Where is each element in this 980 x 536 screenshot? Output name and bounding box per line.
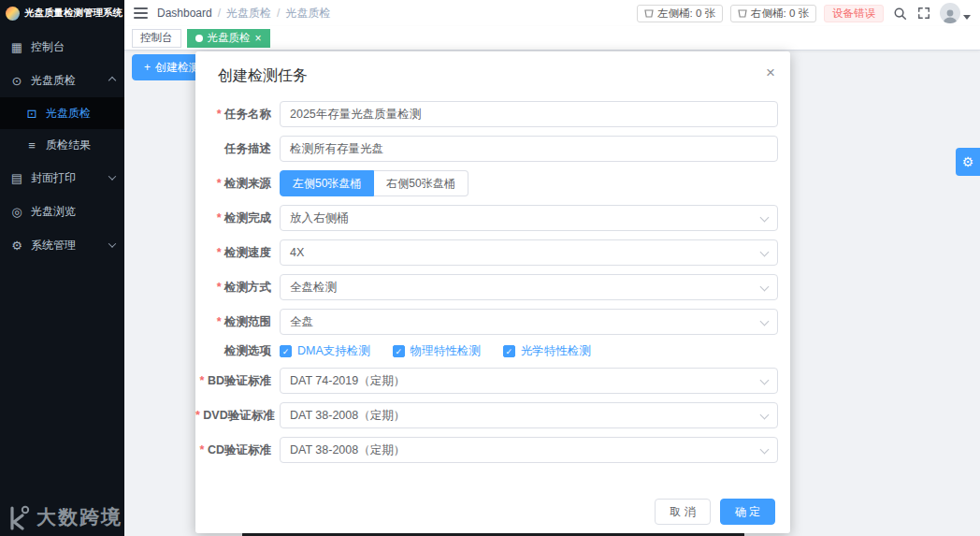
breadcrumb-item[interactable]: 光盘质检: [226, 6, 271, 22]
form-row-detect-complete: 检测完成 放入右侧桶: [195, 205, 778, 231]
disc-icon: ⊙: [9, 74, 24, 88]
plus-icon: +: [144, 61, 151, 74]
app-logo-icon: [6, 7, 20, 21]
detect-complete-select[interactable]: 放入右侧桶: [280, 205, 778, 231]
dvd-standard-select[interactable]: DAT 38-2008（定期）: [280, 402, 778, 428]
chevron-down-icon: [108, 172, 116, 180]
form-row-detect-speed: 检测速度 4X: [195, 239, 778, 266]
hamburger-icon[interactable]: [134, 7, 148, 19]
dialog-header: 创建检测任务 ×: [195, 51, 790, 94]
caret-down-icon: [963, 15, 971, 20]
form-row-detect-options: 检测选项 ✓ DMA支持检测 ✓ 物理特性检测 ✓ 光学特性检测: [195, 343, 778, 359]
left-bucket-badge: 左侧桶: 0 张: [637, 5, 723, 22]
app-logo: 光盘质量检测管理系统: [0, 0, 124, 26]
checkbox-checked-icon: ✓: [393, 345, 405, 357]
chevron-down-icon: [760, 317, 770, 326]
browse-icon: ◎: [9, 205, 24, 219]
detect-range-select[interactable]: 全盘: [280, 309, 778, 335]
task-name-input[interactable]: [280, 101, 778, 127]
checkbox-checked-icon: ✓: [503, 345, 515, 357]
form-row-task-name: 任务名称: [195, 101, 778, 127]
list-icon: ≡: [24, 138, 39, 152]
top-navbar: Dashboard / 光盘质检 / 光盘质检 左侧桶: 0 张 右侧桶: 0 …: [124, 0, 980, 26]
gear-icon: ⚙: [962, 154, 974, 169]
chevron-down-icon: [760, 213, 770, 223]
radio-right-bucket[interactable]: 右侧50张盘桶: [374, 170, 468, 196]
monitor-icon: ⊡: [24, 107, 39, 121]
form-row-dvd-standard: DVD验证标准 DAT 38-2008（定期）: [195, 402, 778, 428]
sidebar-subitem-disc-qc[interactable]: ⊡ 光盘质检: [0, 97, 124, 129]
sidebar: 光盘质量检测管理系统 ▦ 控制台 ⊙ 光盘质检 ⊡ 光盘质检 ≡ 质检结果 ▤: [0, 0, 124, 536]
tab-console[interactable]: 控制台: [132, 29, 181, 48]
fullscreen-icon[interactable]: [915, 5, 932, 22]
device-error-badge[interactable]: 设备错误: [824, 5, 884, 22]
settings-panel-button[interactable]: ⚙: [956, 148, 980, 176]
chevron-down-icon: [760, 376, 770, 385]
sidebar-menu: ▦ 控制台 ⊙ 光盘质检 ⊡ 光盘质检 ≡ 质检结果 ▤ 封面打印: [0, 26, 124, 262]
tab-disc-qc[interactable]: 光盘质检 ×: [187, 29, 270, 48]
field-label: 检测速度: [195, 245, 280, 261]
right-bucket-badge: 右侧桶: 0 张: [730, 5, 816, 22]
bucket-icon: [738, 8, 747, 18]
form-row-cd-standard: CD验证标准 DAT 38-2008（定期）: [195, 437, 778, 463]
gear-icon: ⚙: [9, 239, 24, 253]
field-label: 任务名称: [195, 107, 280, 123]
breadcrumb-item: 光盘质检: [285, 6, 330, 22]
field-label: 检测来源: [195, 176, 280, 192]
app-window: 光盘质量检测管理系统 ▦ 控制台 ⊙ 光盘质检 ⊡ 光盘质检 ≡ 质检结果 ▤: [0, 0, 980, 536]
task-desc-input[interactable]: [280, 136, 778, 162]
field-label: 检测选项: [195, 343, 280, 359]
form-row-detect-range: 检测范围 全盘: [195, 309, 778, 335]
field-label: 检测范围: [195, 314, 280, 330]
sidebar-item-disc-browse[interactable]: ◎ 光盘浏览: [0, 195, 124, 228]
checkbox-optical[interactable]: ✓ 光学特性检测: [503, 343, 591, 359]
chevron-down-icon: [760, 445, 770, 455]
chevron-up-icon: [108, 77, 116, 84]
form-row-detect-source: 检测来源 左侧50张盘桶 右侧50张盘桶: [195, 170, 778, 196]
task-form: 任务名称 任务描述 检测来源 左侧50张盘桶 右侧50张盘桶 检测完成 放入右侧…: [195, 94, 790, 463]
detect-options-group: ✓ DMA支持检测 ✓ 物理特性检测 ✓ 光学特性检测: [280, 343, 778, 359]
dashboard-icon: ▦: [9, 40, 24, 54]
dialog-footer: 取 消 确 定: [655, 499, 775, 525]
cancel-button[interactable]: 取 消: [655, 499, 710, 525]
field-label: CD验证标准: [195, 442, 280, 458]
chevron-down-icon: [760, 411, 770, 420]
checkbox-physical[interactable]: ✓ 物理特性检测: [393, 343, 481, 359]
avatar: [940, 3, 960, 23]
tags-view-bar: 控制台 光盘质检 ×: [124, 26, 980, 51]
form-row-task-desc: 任务描述: [195, 136, 778, 162]
field-label: DVD验证标准: [195, 408, 280, 424]
breadcrumb: Dashboard / 光盘质检 / 光盘质检: [157, 6, 330, 22]
chevron-down-icon: [108, 239, 116, 247]
user-menu[interactable]: [940, 3, 971, 23]
sidebar-subitem-qc-results[interactable]: ≡ 质检结果: [0, 129, 124, 161]
close-icon[interactable]: ×: [255, 33, 262, 44]
field-label: 任务描述: [195, 141, 280, 157]
printer-icon: ▤: [9, 171, 24, 185]
field-label: 检测完成: [195, 210, 280, 226]
cd-standard-select[interactable]: DAT 38-2008（定期）: [280, 437, 778, 463]
sidebar-item-disc-qc[interactable]: ⊙ 光盘质检: [0, 64, 124, 97]
sidebar-item-system-mgmt[interactable]: ⚙ 系统管理: [0, 228, 124, 262]
sidebar-item-cover-print[interactable]: ▤ 封面打印: [0, 161, 124, 195]
detect-speed-select[interactable]: 4X: [280, 239, 778, 266]
form-row-detect-method: 检测方式 全盘检测: [195, 274, 778, 300]
dialog-title: 创建检测任务: [218, 67, 308, 83]
detect-source-radio-group: 左侧50张盘桶 右侧50张盘桶: [280, 170, 778, 196]
chevron-down-icon: [760, 282, 770, 292]
bd-standard-select[interactable]: DAT 74-2019（定期）: [280, 368, 778, 394]
bucket-icon: [644, 8, 654, 18]
confirm-button[interactable]: 确 定: [720, 499, 775, 525]
detect-method-select[interactable]: 全盘检测: [280, 274, 778, 300]
radio-left-bucket[interactable]: 左侧50张盘桶: [280, 170, 374, 196]
form-row-bd-standard: BD验证标准 DAT 74-2019（定期）: [195, 368, 778, 394]
search-icon[interactable]: [891, 5, 908, 22]
close-icon[interactable]: ×: [766, 65, 775, 80]
chevron-down-icon: [760, 248, 770, 257]
checkbox-checked-icon: ✓: [280, 345, 292, 357]
sidebar-item-console[interactable]: ▦ 控制台: [0, 30, 124, 64]
create-task-dialog: 创建检测任务 × 任务名称 任务描述 检测来源 左侧50张盘桶 右侧50张盘桶 …: [195, 51, 790, 533]
breadcrumb-item[interactable]: Dashboard: [157, 7, 212, 20]
checkbox-dma[interactable]: ✓ DMA支持检测: [280, 343, 370, 359]
active-dot-icon: [195, 35, 203, 42]
